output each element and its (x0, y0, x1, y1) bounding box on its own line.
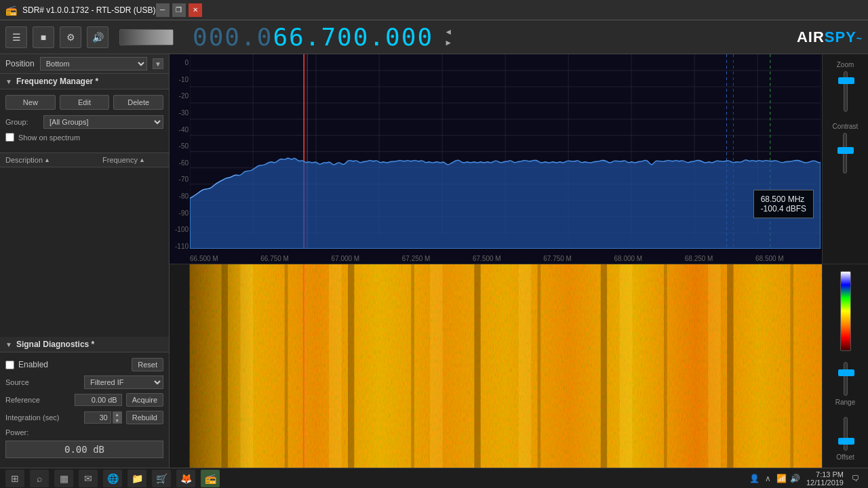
freq-manager-header[interactable]: ▼ Frequency Manager * (0, 74, 169, 89)
volume-slider[interactable] (119, 29, 174, 45)
system-clock[interactable]: 7:13 PM 12/11/2019 (806, 470, 844, 487)
spin-down-button[interactable]: ▼ (113, 418, 122, 424)
range-slider-knob[interactable] (838, 369, 854, 376)
start-button[interactable]: ⊞ (5, 470, 24, 487)
freq-right-button[interactable]: ► (441, 38, 455, 47)
browser-button[interactable]: 🌐 (103, 470, 122, 487)
y-label-30: -30 (170, 110, 190, 117)
enabled-checkbox[interactable] (5, 361, 14, 369)
waterfall-controls: Range Offset (822, 264, 868, 468)
position-label: Position (5, 59, 35, 68)
toolbar: ☰ ■ ⚙ 🔊 000.066.700.000 ◄ ► Zoom AIRSPY~ (0, 20, 868, 54)
explorer-button[interactable]: 📁 (127, 470, 146, 487)
restore-button[interactable]: ❐ (172, 3, 186, 17)
tray-person-icon: 👤 (749, 473, 760, 484)
store-button[interactable]: 🛒 (152, 470, 171, 487)
freq-table-header: Description ▲ Frequency ▲ (0, 153, 169, 167)
contrast-slider-knob[interactable] (837, 147, 854, 154)
y-label-20: -20 (170, 93, 190, 100)
x-label-6: 67.750 M (543, 255, 572, 262)
integration-label: Integration (sec) (5, 413, 80, 422)
y-label-70: -70 (170, 176, 190, 183)
titlebar: 📻 SDR# v1.0.0.1732 - RTL-SDR (USB) ─ ❐ ✕ (0, 0, 868, 20)
spectrum-area[interactable]: 0 -10 -20 -30 -40 -50 -60 -70 -80 -90 -1… (170, 54, 868, 264)
freq-dim-part: 000.0 (193, 23, 273, 51)
col-frequency: Frequency ▲ (102, 156, 163, 164)
rebuild-button[interactable]: Rebuild (126, 411, 163, 424)
svg-rect-39 (790, 264, 793, 468)
show-spectrum-checkbox[interactable] (5, 133, 14, 142)
spin-up-button[interactable]: ▲ (113, 411, 122, 418)
menu-button[interactable]: ☰ (5, 26, 27, 48)
y-label-90: -90 (170, 210, 190, 217)
group-select[interactable]: [All Groups] (43, 115, 163, 129)
integration-input[interactable] (84, 411, 111, 424)
edit-button[interactable]: Edit (60, 95, 110, 110)
frequency-arrows: ◄ ► (441, 27, 455, 47)
sig-diag-header[interactable]: ▼ Signal Diagnostics * (0, 337, 169, 352)
svg-rect-31 (285, 264, 288, 468)
clock-time: 7:13 PM (806, 470, 844, 479)
svg-rect-32 (348, 264, 354, 468)
source-select[interactable]: Filtered IF (84, 375, 163, 389)
new-button[interactable]: New (5, 95, 56, 110)
titlebar-title: SDR# v1.0.0.1732 - RTL-SDR (USB) (22, 5, 156, 15)
freq-table-body (0, 167, 169, 337)
y-label-40: -40 (170, 127, 190, 134)
close-button[interactable]: ✕ (189, 3, 202, 17)
range-slider-track[interactable] (844, 362, 848, 396)
contrast-slider-track[interactable] (843, 133, 847, 174)
svg-rect-30 (222, 264, 228, 468)
y-label-80: -80 (170, 193, 190, 200)
x-label-7: 68.000 M (614, 255, 643, 262)
right-area: 0 -10 -20 -30 -40 -50 -60 -70 -80 -90 -1… (170, 54, 868, 468)
position-select[interactable]: Bottom (40, 57, 147, 70)
range-label: Range (835, 399, 855, 406)
svg-rect-44 (620, 264, 633, 468)
sig-diag-content: Enabled Reset Source Filtered IF Referen… (0, 352, 169, 468)
zoom-slider-knob[interactable] (838, 77, 854, 84)
notification-button[interactable]: 🗨 (849, 472, 863, 485)
volume-button[interactable]: 🔊 (87, 26, 108, 48)
source-row: Source Filtered IF (5, 375, 163, 389)
app-icon: 📻 (5, 5, 17, 16)
firefox-button[interactable]: 🦊 (176, 470, 195, 487)
show-spectrum-label: Show on spectrum (18, 134, 80, 142)
svg-rect-38 (727, 264, 733, 468)
x-label-5: 67.500 M (473, 255, 501, 262)
range-control: Range (835, 362, 855, 406)
offset-slider-knob[interactable] (838, 438, 854, 445)
freq-left-button[interactable]: ◄ (441, 27, 455, 37)
show-spectrum-row: Show on spectrum (5, 133, 163, 142)
reference-input[interactable]: 0.00 dB (75, 394, 122, 406)
spinner-arrows: ▲ ▼ (113, 411, 122, 424)
acquire-button[interactable]: Acquire (126, 393, 163, 407)
zoom-slider-track[interactable] (844, 71, 848, 112)
offset-slider-track[interactable] (844, 417, 848, 451)
integration-spinner: ▲ ▼ (84, 411, 122, 424)
x-axis: 66.500 M 66.750 M 67.000 M 67.250 M 67.5… (190, 255, 854, 262)
tray-expand-icon[interactable]: ∧ (763, 473, 774, 484)
group-label: Group: (5, 118, 39, 126)
mail-button[interactable]: ✉ (79, 470, 98, 487)
y-label-110: -110 (170, 243, 190, 250)
reference-label: Reference (5, 396, 71, 404)
waterfall-area[interactable]: Range Offset (170, 264, 868, 468)
delete-button[interactable]: Delete (113, 95, 163, 110)
stop-button[interactable]: ■ (33, 26, 54, 48)
group-row: Group: [All Groups] (5, 115, 163, 129)
task-view-button[interactable]: ▦ (54, 470, 73, 487)
minimize-button[interactable]: ─ (156, 3, 170, 17)
taskbar-right: 👤 ∧ 📶 🔊 7:13 PM 12/11/2019 🗨 (749, 470, 863, 487)
settings-button[interactable]: ⚙ (60, 26, 81, 48)
search-button[interactable]: ⌕ (30, 470, 49, 487)
freq-manager-content: New Edit Delete Group: [All Groups] Show… (0, 89, 169, 153)
panel-scroll-button[interactable]: ▼ (153, 58, 163, 69)
zoom-control: Zoom (837, 61, 854, 112)
waterfall-y-axis (170, 264, 190, 468)
source-label: Source (5, 378, 80, 386)
freq-bright-part: 66.700.000 (273, 23, 433, 51)
position-row: Position Bottom ▼ (0, 54, 169, 74)
reset-button[interactable]: Reset (132, 358, 163, 371)
sdr-button[interactable]: 📻 (201, 470, 220, 487)
